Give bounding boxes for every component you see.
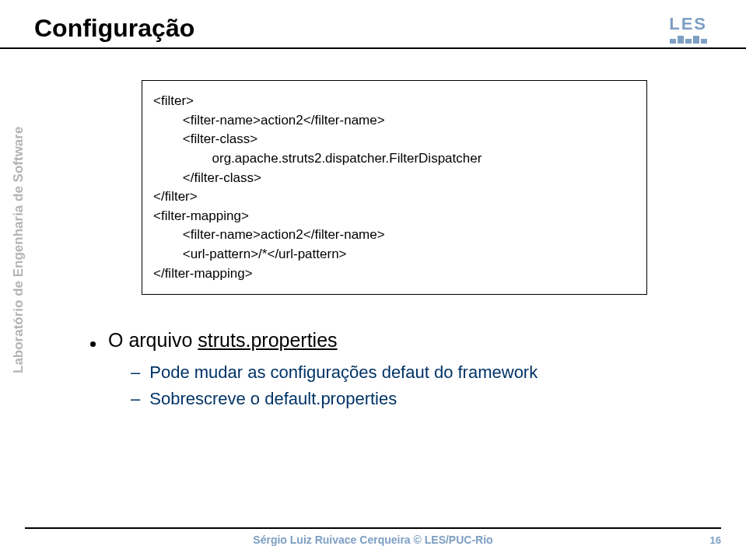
code-line: </filter-class> bbox=[153, 169, 631, 188]
sub-bullet: – Sobrescreve o default.properties bbox=[131, 389, 721, 409]
sub-bullet-text: Sobrescreve o default.properties bbox=[149, 389, 397, 409]
sub-bullet: – Pode mudar as configurações defaut do … bbox=[131, 362, 721, 383]
code-line: <filter-class> bbox=[153, 130, 631, 149]
footer: Sérgio Luiz Ruivace Cerqueira © LES/PUC-… bbox=[0, 527, 746, 560]
logo: LES bbox=[669, 14, 707, 44]
sub-bullet-text: Pode mudar as configurações defaut do fr… bbox=[149, 362, 538, 383]
bullet-main-text: O arquivo struts.properties bbox=[108, 329, 338, 352]
code-line: <url-pattern>/*</url-pattern> bbox=[153, 245, 631, 264]
code-line: </filter> bbox=[153, 187, 631, 207]
bullet-main: O arquivo struts.properties bbox=[90, 329, 721, 352]
content-area: <filter> <filter-name>action2</filter-na… bbox=[72, 80, 721, 409]
code-line: <filter-mapping> bbox=[153, 207, 631, 226]
slide: Configuração LES Laboratório de Engenhar… bbox=[0, 0, 746, 560]
dash-icon: – bbox=[131, 362, 140, 383]
page-title: Configuração bbox=[34, 14, 721, 43]
page-number: 16 bbox=[690, 534, 721, 546]
code-line: org.apache.struts2.dispatcher.FilterDisp… bbox=[153, 149, 631, 169]
code-box: <filter> <filter-name>action2</filter-na… bbox=[142, 80, 647, 295]
bullet-link: struts.properties bbox=[198, 329, 337, 351]
code-line: <filter> bbox=[153, 92, 631, 111]
bullet-pre: O arquivo bbox=[108, 329, 198, 351]
footer-row: Sérgio Luiz Ruivace Cerqueira © LES/PUC-… bbox=[25, 534, 721, 546]
code-line: <filter-name>action2</filter-name> bbox=[153, 226, 631, 245]
logo-bars-icon bbox=[670, 36, 707, 44]
bullet-dot-icon bbox=[90, 341, 96, 347]
code-line: </filter-mapping> bbox=[153, 264, 631, 284]
code-line: <filter-name>action2</filter-name> bbox=[153, 111, 631, 131]
sidebar-label: Laboratório de Engenharia de Software bbox=[11, 127, 26, 373]
footer-text: Sérgio Luiz Ruivace Cerqueira © LES/PUC-… bbox=[56, 534, 690, 546]
bullet-list: O arquivo struts.properties – Pode mudar… bbox=[90, 329, 721, 409]
logo-text: LES bbox=[669, 14, 707, 34]
title-underline bbox=[0, 47, 746, 49]
dash-icon: – bbox=[131, 389, 140, 409]
footer-line bbox=[25, 527, 721, 529]
